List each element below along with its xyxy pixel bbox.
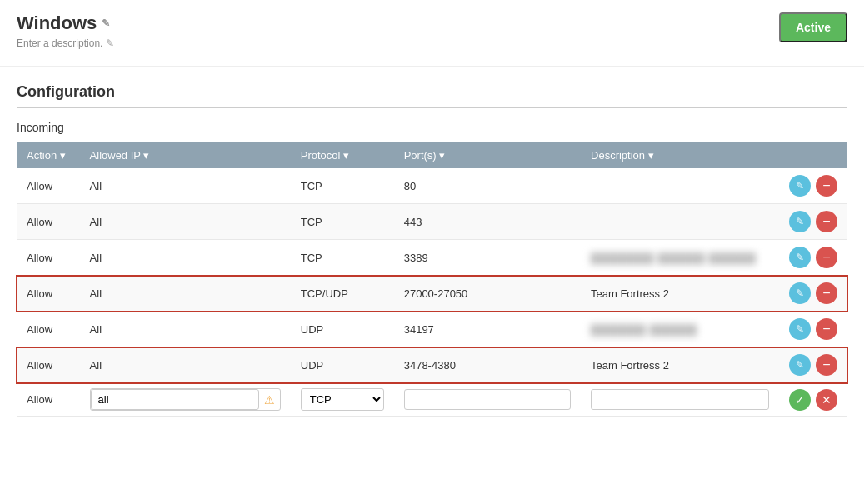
- cell-allowed-ip: All: [80, 240, 291, 276]
- cell-ports: 34197: [394, 312, 581, 347]
- cell-ports: 3389: [394, 240, 581, 276]
- new-ip-input[interactable]: [91, 389, 259, 410]
- cancel-new-button[interactable]: ✕: [816, 389, 837, 411]
- cell-protocol: UDP: [291, 312, 394, 347]
- cell-action: Allow: [17, 312, 80, 347]
- new-row-protocol[interactable]: TCP UDP TCP/UDP ICMP: [291, 383, 394, 417]
- cell-protocol: UDP: [291, 347, 394, 383]
- sort-icon-ports: ▾: [439, 149, 445, 162]
- description-line: Enter a description. ✎: [17, 37, 114, 49]
- cell-description: Team Fortress 2: [581, 276, 779, 312]
- new-row-ip[interactable]: ⚠: [80, 383, 291, 417]
- new-description-input[interactable]: [591, 389, 769, 410]
- cell-action: Allow: [17, 168, 80, 204]
- table-row: AllowAllTCP/UDP27000-27050Team Fortress …: [17, 276, 847, 312]
- col-protocol[interactable]: Protocol ▾: [291, 142, 394, 168]
- edit-button[interactable]: ✎: [789, 354, 811, 376]
- cell-row-actions: ✎ −: [779, 347, 847, 383]
- new-row-action: Allow: [17, 383, 80, 417]
- table-header-row: Action ▾ Allowed IP ▾ Protocol ▾ Port(s)…: [17, 142, 847, 168]
- title-edit-icon[interactable]: ✎: [102, 17, 110, 29]
- cell-row-actions: ✎ −: [779, 204, 847, 240]
- col-ports[interactable]: Port(s) ▾: [394, 142, 581, 168]
- new-row-actions: ✓ ✕: [779, 383, 847, 417]
- col-action[interactable]: Action ▾: [17, 142, 80, 168]
- cell-description: ███████ ██████: [581, 312, 779, 347]
- edit-button[interactable]: ✎: [789, 282, 811, 304]
- cell-allowed-ip: All: [80, 168, 291, 204]
- new-row-ports[interactable]: [394, 383, 581, 417]
- cell-protocol: TCP: [291, 204, 394, 240]
- new-protocol-select[interactable]: TCP UDP TCP/UDP ICMP: [301, 388, 384, 411]
- sort-icon-protocol: ▾: [343, 149, 349, 162]
- config-divider: [17, 107, 847, 108]
- cell-allowed-ip: All: [80, 204, 291, 240]
- cell-description: ████████ ██████ ██████: [581, 240, 779, 276]
- cell-ports: 27000-27050: [394, 276, 581, 312]
- cell-action: Allow: [17, 204, 80, 240]
- status-badge[interactable]: Active: [779, 12, 847, 42]
- confirm-button[interactable]: ✓: [789, 389, 811, 411]
- edit-button[interactable]: ✎: [789, 247, 811, 268]
- remove-button[interactable]: −: [816, 354, 837, 376]
- col-allowed-ip[interactable]: Allowed IP ▾: [80, 142, 291, 168]
- cell-protocol: TCP/UDP: [291, 276, 394, 312]
- cell-description: [581, 204, 779, 240]
- cell-row-actions: ✎ −: [779, 276, 847, 312]
- sort-icon-action: ▾: [60, 149, 66, 162]
- edit-button[interactable]: ✎: [789, 318, 811, 340]
- cell-action: Allow: [17, 240, 80, 276]
- table-row: AllowAllTCP3389████████ ██████ ██████ ✎ …: [17, 240, 847, 276]
- cell-row-actions: ✎ −: [779, 312, 847, 347]
- firewall-table: Action ▾ Allowed IP ▾ Protocol ▾ Port(s)…: [17, 142, 847, 417]
- page-title: Windows ✎: [17, 12, 114, 34]
- remove-button[interactable]: −: [816, 282, 837, 304]
- remove-button[interactable]: −: [816, 247, 837, 268]
- sort-icon-description: ▾: [648, 149, 654, 162]
- cell-allowed-ip: All: [80, 347, 291, 383]
- description-text: Enter a description.: [17, 37, 102, 49]
- ip-warning-icon: ⚠: [259, 393, 280, 407]
- sort-icon-allowed-ip: ▾: [143, 149, 149, 162]
- cell-ports: 443: [394, 204, 581, 240]
- col-description[interactable]: Description ▾: [581, 142, 779, 168]
- edit-button[interactable]: ✎: [789, 175, 811, 197]
- cell-description: Team Fortress 2: [581, 347, 779, 383]
- description-edit-icon[interactable]: ✎: [106, 37, 114, 49]
- config-title: Configuration: [17, 83, 847, 101]
- incoming-label: Incoming: [17, 121, 847, 134]
- table-row: AllowAllTCP80 ✎ −: [17, 168, 847, 204]
- cell-ports: 3478-4380: [394, 347, 581, 383]
- edit-button[interactable]: ✎: [789, 211, 811, 232]
- new-row: Allow ⚠ TCP UDP TCP/UDP ICMP ✓ ✕: [17, 383, 847, 417]
- cell-protocol: TCP: [291, 240, 394, 276]
- table-row: AllowAllUDP34197███████ ██████ ✎ −: [17, 312, 847, 347]
- new-ports-input[interactable]: [404, 389, 571, 410]
- cell-action: Allow: [17, 347, 80, 383]
- remove-button[interactable]: −: [816, 318, 837, 340]
- page-title-text: Windows: [17, 12, 97, 34]
- new-row-description[interactable]: [581, 383, 779, 417]
- cell-row-actions: ✎ −: [779, 168, 847, 204]
- remove-button[interactable]: −: [816, 211, 837, 232]
- cell-protocol: TCP: [291, 168, 394, 204]
- table-row: AllowAllUDP3478-4380Team Fortress 2 ✎ −: [17, 347, 847, 383]
- cell-allowed-ip: All: [80, 276, 291, 312]
- cell-allowed-ip: All: [80, 312, 291, 347]
- cell-description: [581, 168, 779, 204]
- table-row: AllowAllTCP443 ✎ −: [17, 204, 847, 240]
- cell-ports: 80: [394, 168, 581, 204]
- cell-row-actions: ✎ −: [779, 240, 847, 276]
- remove-button[interactable]: −: [816, 175, 837, 197]
- cell-action: Allow: [17, 276, 80, 312]
